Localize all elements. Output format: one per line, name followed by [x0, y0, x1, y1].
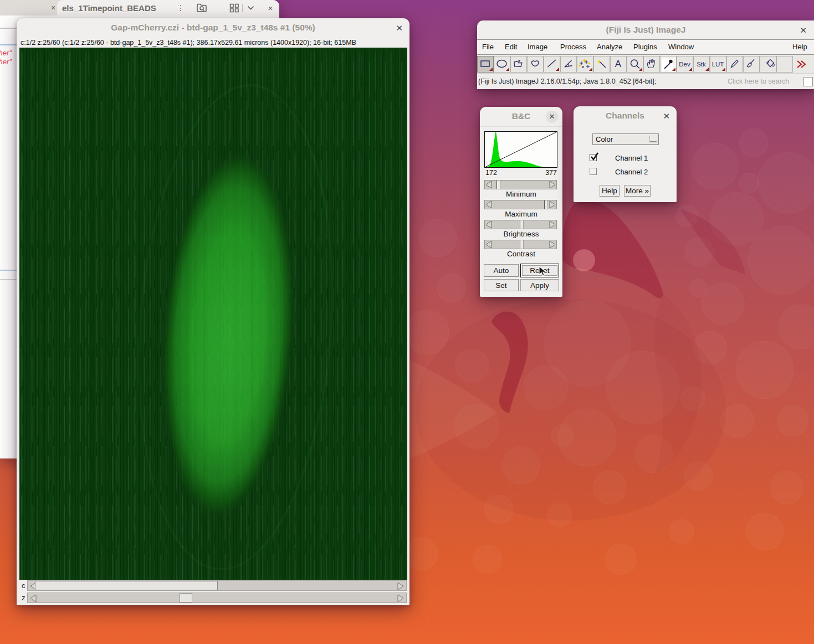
svg-text:A: A [615, 59, 622, 69]
svg-text:Stk: Stk [697, 61, 706, 68]
svg-text:LUT: LUT [712, 61, 724, 68]
svg-text:Dev: Dev [679, 61, 690, 68]
